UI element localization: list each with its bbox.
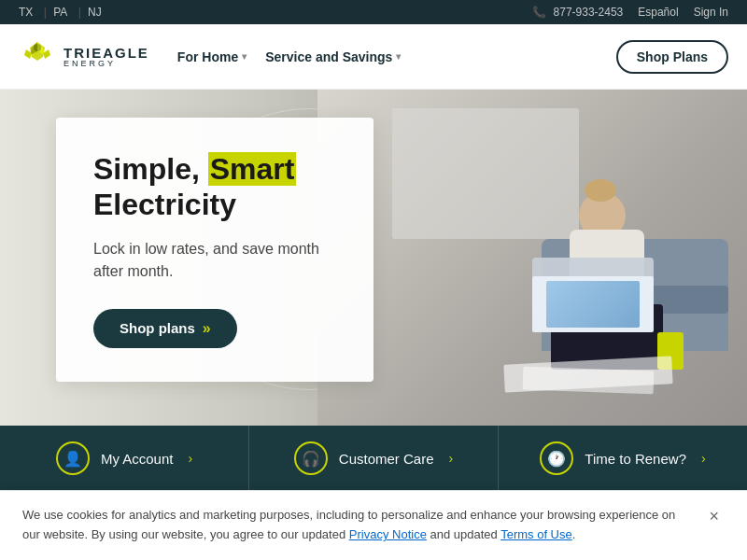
logo[interactable]: TRIEAGLE ENERGY	[19, 38, 149, 76]
account-icon: 👤	[56, 441, 90, 475]
my-account-label: My Account	[101, 451, 174, 467]
renew-icon: 🕐	[540, 441, 573, 475]
hero-image-area	[317, 90, 747, 426]
chevron-right-icon: ›	[701, 451, 706, 466]
nav-links: For Home ▾ Service and Savings ▾	[177, 49, 402, 64]
region-selector[interactable]: TX | PA | NJ	[19, 6, 106, 19]
bottom-renew[interactable]: 🕐 Time to Renew? ›	[499, 426, 747, 491]
svg-point-3	[34, 44, 41, 51]
region-tx[interactable]: TX	[19, 6, 33, 19]
top-bar: TX | PA | NJ 📞 877-933-2453 Español Sign…	[0, 0, 747, 24]
headline-text-part1: Simple,	[93, 152, 208, 186]
logo-eagle-icon	[19, 38, 56, 76]
hero-section: Simple, Smart Electricity Lock in low ra…	[0, 90, 747, 426]
region-pa[interactable]: PA	[53, 6, 67, 19]
customer-care-label: Customer Care	[339, 451, 434, 467]
nav-for-home[interactable]: For Home ▾	[177, 49, 247, 64]
privacy-notice-link[interactable]: Privacy Notice	[349, 527, 427, 541]
bottom-customer-care[interactable]: 🎧 Customer Care ›	[249, 426, 499, 491]
cookie-banner: We use cookies for analytics and marketi…	[0, 490, 747, 560]
signin-link[interactable]: Sign In	[694, 6, 728, 19]
terms-of-use-link[interactable]: Terms of Use	[500, 527, 572, 541]
headline-text-part2: Electricity	[93, 188, 236, 221]
customer-care-icon: 🎧	[294, 441, 328, 475]
chevron-right-icon: ›	[449, 451, 454, 466]
headline-highlight: Smart	[208, 152, 297, 186]
bottom-bar: 👤 My Account › 🎧 Customer Care › 🕐 Time …	[0, 426, 747, 491]
hero-card: Simple, Smart Electricity Lock in low ra…	[56, 118, 374, 382]
hero-headline: Simple, Smart Electricity	[93, 151, 336, 223]
language-link[interactable]: Español	[638, 6, 678, 19]
phone-icon: 📞	[532, 6, 546, 19]
top-bar-right: 📞 877-933-2453 Español Sign In	[532, 6, 728, 19]
brand-text: TRIEAGLE ENERGY	[63, 45, 149, 68]
nav-service-savings[interactable]: Service and Savings ▾	[265, 49, 401, 64]
chevron-right-icon: ›	[188, 451, 192, 466]
navbar: TRIEAGLE ENERGY For Home ▾ Service and S…	[0, 24, 747, 90]
arrow-right-icon: »	[203, 320, 211, 337]
renew-label: Time to Renew?	[585, 451, 686, 467]
chevron-down-icon: ▾	[242, 51, 247, 62]
cookie-close-button[interactable]: ×	[703, 506, 725, 526]
chevron-down-icon: ▾	[396, 51, 401, 62]
region-nj[interactable]: NJ	[88, 6, 102, 19]
shop-plans-button[interactable]: Shop Plans	[616, 40, 728, 74]
bottom-my-account[interactable]: 👤 My Account ›	[0, 426, 249, 491]
cookie-text: We use cookies for analytics and marketi…	[22, 506, 703, 545]
hero-cta-button[interactable]: Shop plans »	[93, 309, 237, 348]
hero-subtitle: Lock in low rates, and save month after …	[93, 238, 336, 283]
navbar-left: TRIEAGLE ENERGY For Home ▾ Service and S…	[19, 38, 401, 76]
phone-link[interactable]: 📞 877-933-2453	[532, 6, 623, 19]
